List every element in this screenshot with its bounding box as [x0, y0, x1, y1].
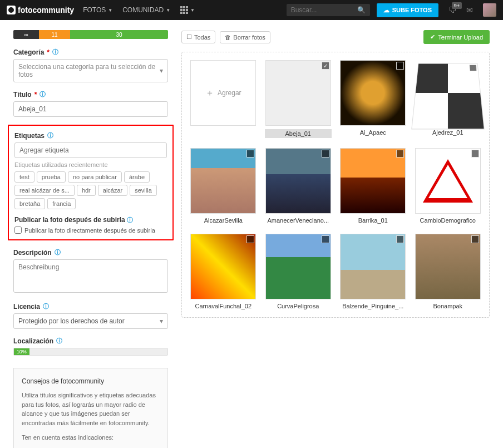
search-box[interactable]: 🔍	[287, 4, 370, 16]
finish-upload-button[interactable]: ✔Terminar Upload	[423, 30, 490, 44]
etiquetas-label: Etiquetas	[14, 132, 45, 140]
descripcion-textarea[interactable]	[13, 259, 168, 293]
search-input[interactable]	[291, 6, 357, 14]
select-checkbox[interactable]	[246, 150, 254, 157]
select-checkbox[interactable]	[246, 235, 254, 243]
photo-thumbnail[interactable]	[265, 148, 331, 214]
select-checkbox[interactable]	[471, 150, 479, 157]
nav-comunidad[interactable]: COMUNIDAD▼	[122, 6, 170, 14]
help-icon[interactable]: ⓘ	[127, 216, 133, 223]
tag-chip[interactable]: hdr	[77, 185, 96, 196]
tag-chip[interactable]: no para publicar	[68, 171, 122, 183]
select-checkbox[interactable]	[322, 150, 329, 157]
progress-seg-green: 30	[70, 30, 168, 39]
photo-card[interactable]: Barrika_01	[339, 148, 407, 224]
etiquetas-input[interactable]	[14, 142, 167, 158]
tag-chip[interactable]: real alcázar de s...	[14, 185, 75, 196]
localizacion-bar[interactable]: 10%	[13, 348, 168, 356]
upload-photos-button[interactable]: ☁SUBE FOTOS	[377, 3, 438, 17]
categoria-label: Categoría	[13, 48, 44, 56]
chevron-down-icon: ▾	[160, 67, 163, 75]
photo-thumbnail[interactable]	[190, 148, 256, 214]
help-icon[interactable]: ⓘ	[52, 48, 58, 56]
photo-card[interactable]: ✓Abeja_01	[265, 60, 332, 138]
add-photo-card[interactable]: ＋Agregar	[190, 60, 257, 138]
mail-icon: ✉	[466, 6, 473, 14]
select-checkbox[interactable]	[396, 150, 404, 157]
nav-fotos[interactable]: FOTOS▼	[83, 6, 112, 14]
cloud-upload-icon: ☁	[383, 7, 389, 14]
photo-thumbnail[interactable]	[411, 63, 485, 130]
select-all-button[interactable]: ☐Todas	[181, 31, 215, 43]
select-checkbox[interactable]	[469, 65, 477, 71]
tips-panel: Consejos de fotocommunity Utiliza título…	[13, 368, 168, 448]
photo-card[interactable]: Ai_Apaec	[339, 60, 407, 138]
photo-card[interactable]: AlcazarSevilla	[190, 148, 257, 224]
tag-chip[interactable]: sevilla	[130, 185, 157, 196]
photo-card[interactable]: Balzende_Pinguine_...	[339, 234, 407, 309]
tag-chip[interactable]: bretaña	[14, 198, 45, 209]
categoria-select[interactable]: Selecciona una categoría para tu selecci…	[13, 59, 168, 82]
select-checkbox[interactable]	[322, 235, 329, 243]
photo-thumbnail[interactable]	[415, 234, 481, 299]
messages-button[interactable]: ✉	[466, 6, 473, 14]
photo-card[interactable]: Ajedrez_01	[415, 60, 482, 138]
plus-icon: ＋	[205, 87, 214, 99]
chevron-down-icon: ▾	[160, 317, 163, 325]
apps-icon	[180, 6, 188, 14]
tag-chip[interactable]: test	[14, 171, 34, 183]
search-icon: 🔍	[357, 6, 366, 14]
select-checkbox[interactable]	[471, 235, 479, 243]
photo-thumbnail[interactable]: ✓	[265, 60, 331, 126]
required-mark: *	[47, 48, 50, 56]
select-checkbox[interactable]	[396, 62, 404, 70]
tag-chip[interactable]: prueba	[37, 171, 66, 183]
titulo-input[interactable]	[13, 101, 168, 117]
help-icon[interactable]: ⓘ	[56, 337, 62, 345]
publicar-checkbox-row[interactable]: Publicar la foto directamente después de…	[14, 227, 167, 234]
photo-card[interactable]: AmanecerVeneciano...	[265, 148, 332, 224]
photo-thumbnail[interactable]	[415, 148, 481, 214]
photo-thumbnail[interactable]	[340, 60, 406, 126]
progress-seg-grey: ∞	[13, 30, 39, 39]
photo-caption: AmanecerVeneciano...	[265, 217, 331, 224]
tips-heading: Consejos de fotocommunity	[22, 376, 160, 386]
photo-thumbnail[interactable]	[265, 234, 331, 299]
publicar-checkbox[interactable]	[14, 227, 22, 234]
photo-caption: Balzende_Pinguine_...	[340, 303, 406, 309]
nav-apps[interactable]: ▼	[180, 6, 195, 14]
photo-thumbnail[interactable]	[340, 148, 406, 214]
delete-photos-button[interactable]: 🗑Borrar fotos	[220, 31, 270, 43]
photo-caption: Abeja_01	[265, 129, 332, 138]
required-mark: *	[34, 91, 37, 99]
tag-chip[interactable]: alcázar	[98, 185, 127, 196]
logo[interactable]: fotocommunity	[7, 6, 74, 14]
help-icon[interactable]: ⓘ	[43, 302, 49, 311]
chevron-down-icon: ▼	[190, 8, 195, 13]
licencia-label: Licencia	[13, 303, 40, 311]
help-icon[interactable]: ⓘ	[55, 248, 61, 257]
photo-card[interactable]: Bonampak	[415, 234, 482, 309]
tag-chip[interactable]: árabe	[124, 171, 150, 183]
photo-caption: Ai_Apaec	[340, 129, 406, 136]
photo-card[interactable]: CambioDemografico	[415, 148, 482, 224]
tag-chip[interactable]: francia	[47, 198, 76, 209]
photo-caption: CarnavalFunchal_02	[190, 303, 256, 309]
progress-seg-orange: 11	[39, 30, 70, 39]
square-icon: ☐	[186, 33, 192, 41]
user-avatar[interactable]	[483, 3, 496, 17]
photo-card[interactable]: CurvaPeligrosa	[265, 234, 332, 309]
photo-card[interactable]: CarnavalFunchal_02	[190, 234, 257, 309]
photo-caption: Ajedrez_01	[415, 129, 481, 136]
licencia-select[interactable]: Protegido por los derechos de autor▾	[13, 313, 168, 329]
recent-tags-label: Etiquetas utilizadas recientemente	[14, 161, 167, 168]
select-checkbox[interactable]: ✓	[322, 62, 329, 70]
chevron-down-icon: ▼	[166, 8, 170, 13]
select-checkbox[interactable]	[396, 235, 404, 243]
photo-thumbnail[interactable]	[190, 234, 256, 299]
notifications-button[interactable]: 🗨 9+	[448, 6, 456, 14]
photo-thumbnail[interactable]	[340, 234, 406, 299]
titulo-label: Título	[13, 91, 32, 99]
help-icon[interactable]: ⓘ	[47, 131, 53, 140]
help-icon[interactable]: ⓘ	[40, 90, 46, 99]
